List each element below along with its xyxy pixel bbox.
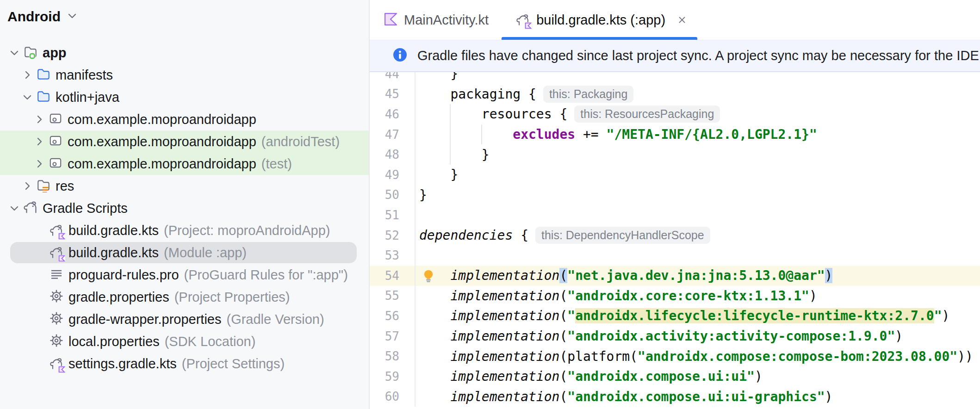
code-line-56[interactable]: 56 implementation("androidx.lifecycle:li…: [370, 306, 980, 326]
line-number[interactable]: 59: [370, 366, 416, 387]
tree-item-label: build.gradle.kts: [68, 223, 159, 238]
code-segment: "net.java.dev.jna:jna:5.13.0@aar": [567, 268, 825, 283]
code-segment: implementation: [450, 389, 559, 404]
line-number[interactable]: 49: [370, 165, 416, 185]
code-line-54[interactable]: 54 implementation("net.java.dev.jna:jna:…: [370, 266, 980, 286]
code-line-53[interactable]: 53: [370, 245, 980, 266]
line-number[interactable]: 45: [370, 84, 416, 105]
code-editor[interactable]: 44 }45 packaging {this: Packaging46 reso…: [370, 72, 980, 409]
tree-item-label: local.properties: [68, 334, 160, 349]
chevron-down-icon[interactable]: [20, 90, 34, 104]
line-number[interactable]: 57: [370, 326, 416, 347]
tree-item-build-gradle-kts-project[interactable]: build.gradle.kts(Project: moproAndroidAp…: [0, 219, 369, 242]
chevron-right-icon[interactable]: [32, 157, 46, 171]
tree-item-label: com.example.moproandroidapp: [68, 112, 256, 127]
code-line-46[interactable]: 46 resources {this: ResourcesPackaging: [370, 104, 980, 124]
project-view-selector[interactable]: Android: [0, 0, 369, 27]
tab-label: build.gradle.kts (:app): [536, 12, 665, 28]
line-number[interactable]: 55: [370, 286, 416, 306]
line-number[interactable]: 47: [370, 124, 416, 145]
tree-item-label: gradle-wrapper.properties: [68, 312, 221, 327]
chevron-right-icon[interactable]: [20, 179, 34, 193]
gradle-kts-icon: [49, 356, 64, 371]
chevron-right-icon[interactable]: [32, 135, 46, 149]
kotlin-icon: [384, 12, 398, 28]
code-text: implementation("androidx.activity:activi…: [416, 326, 980, 347]
line-number[interactable]: 58: [370, 346, 416, 366]
code-line-60[interactable]: 60 implementation("androidx.compose.ui:u…: [370, 387, 980, 407]
line-number[interactable]: 48: [370, 144, 416, 165]
code-segment: implementation: [450, 308, 559, 323]
line-number[interactable]: 50: [370, 185, 416, 205]
line-number[interactable]: 60: [370, 387, 416, 407]
editor-tab-mainactivity-kt[interactable]: MainActivity.kt: [370, 0, 502, 40]
chevron-right-icon[interactable]: [20, 68, 34, 82]
code-segment: dependencies: [419, 228, 513, 243]
code-line-51[interactable]: 51: [370, 205, 980, 225]
code-line-50[interactable]: 50}: [370, 185, 980, 205]
intention-bulb-icon[interactable]: [421, 268, 436, 286]
line-number[interactable]: 52: [370, 225, 416, 246]
tree-item-com-example-moproandroidapp[interactable]: com.example.moproandroidapp: [0, 108, 369, 130]
code-segment: (: [559, 288, 567, 304]
tree-item-com-example-moproandroidapp-test[interactable]: com.example.moproandroidapp(test): [0, 153, 369, 175]
inlay-hint: this: DependencyHandlerScope: [535, 227, 710, 244]
gear-icon: [50, 311, 63, 327]
code-line-49[interactable]: 49 }: [370, 165, 980, 185]
tree-item-gradle-wrapper-properties[interactable]: gradle-wrapper.properties(Gradle Version…: [0, 308, 369, 330]
tree-item-proguard-rules-pro[interactable]: proguard-rules.pro(ProGuard Rules for ":…: [0, 264, 369, 286]
code-segment: "androidx.compose:compose-bom:2023.08.00…: [638, 349, 957, 364]
chevron-down-icon[interactable]: [7, 46, 21, 60]
tree-item-secondary-label: (ProGuard Rules for ":app"): [184, 267, 348, 283]
code-line-58[interactable]: 58 implementation(platform("androidx.com…: [370, 346, 980, 366]
code-line-55[interactable]: 55 implementation("androidx.core:core-kt…: [370, 286, 980, 306]
code-segment: [419, 349, 450, 364]
line-number[interactable]: 46: [370, 104, 416, 124]
tree-item-kotlin-java[interactable]: kotlin+java: [0, 86, 369, 108]
code-segment: androidx.lifecycle:lifecycle-runtime-ktx…: [575, 308, 934, 323]
folder-icon: [36, 89, 51, 105]
gradle-kts-icon: [49, 223, 64, 238]
code-line-45[interactable]: 45 packaging {this: Packaging: [370, 84, 980, 105]
indent-guide: [481, 124, 482, 145]
package-icon: [48, 155, 63, 172]
code-segment: (platform(: [559, 349, 638, 364]
code-segment: [419, 308, 450, 323]
tree-item-label: com.example.moproandroidapp: [68, 134, 256, 149]
code-segment: ): [755, 369, 763, 384]
tree-item-app[interactable]: app: [0, 42, 369, 64]
line-number[interactable]: 51: [370, 205, 416, 225]
tree-item-secondary-label: (Project Settings): [182, 356, 285, 372]
line-number[interactable]: 54: [370, 266, 416, 286]
code-line-52[interactable]: 52dependencies {this: DependencyHandlerS…: [370, 225, 980, 246]
tree-item-label: manifests: [56, 68, 113, 83]
line-number[interactable]: 53: [370, 245, 416, 266]
code-segment: (: [559, 268, 567, 283]
tree-item-local-properties[interactable]: local.properties(SDK Location): [0, 330, 369, 353]
code-line-47[interactable]: 47 excludes += "/META-INF/{AL2.0,LGPL2.1…: [370, 124, 980, 145]
tree-item-gradle-properties[interactable]: gradle.properties(Project Properties): [0, 286, 369, 308]
editor-area: MainActivity.ktbuild.gradle.kts (:app) G…: [370, 0, 980, 409]
tree-item-com-example-moproandroidapp-androidtest[interactable]: com.example.moproandroidapp(androidTest): [0, 130, 369, 153]
code-text: packaging {this: Packaging: [416, 84, 980, 105]
code-line-44[interactable]: 44 }: [370, 72, 980, 84]
code-segment: packaging {: [419, 87, 536, 102]
indent-guide: [450, 104, 451, 124]
tree-item-settings-gradle-kts[interactable]: settings.gradle.kts(Project Settings): [0, 353, 369, 375]
tree-item-gradle-scripts[interactable]: Gradle Scripts: [0, 197, 369, 219]
chevron-down-icon[interactable]: [7, 201, 21, 215]
tree-item-manifests[interactable]: manifests: [0, 64, 369, 86]
tree-item-label: Gradle Scripts: [43, 201, 128, 216]
code-segment: }: [419, 72, 458, 81]
chevron-right-icon[interactable]: [32, 112, 46, 126]
code-segment: ): [942, 308, 949, 323]
code-line-48[interactable]: 48 }: [370, 144, 980, 165]
tree-item-res[interactable]: res: [0, 175, 369, 197]
line-number[interactable]: 56: [370, 306, 416, 326]
line-number[interactable]: 44: [370, 72, 416, 84]
tree-item-build-gradle-kts-module-app[interactable]: build.gradle.kts(Module :app): [0, 242, 369, 264]
close-icon[interactable]: [676, 14, 688, 26]
code-line-59[interactable]: 59 implementation("androidx.compose.ui:u…: [370, 366, 980, 387]
editor-tab-build-gradle-kts-app[interactable]: build.gradle.kts (:app): [502, 0, 697, 40]
code-line-57[interactable]: 57 implementation("androidx.activity:act…: [370, 326, 980, 347]
